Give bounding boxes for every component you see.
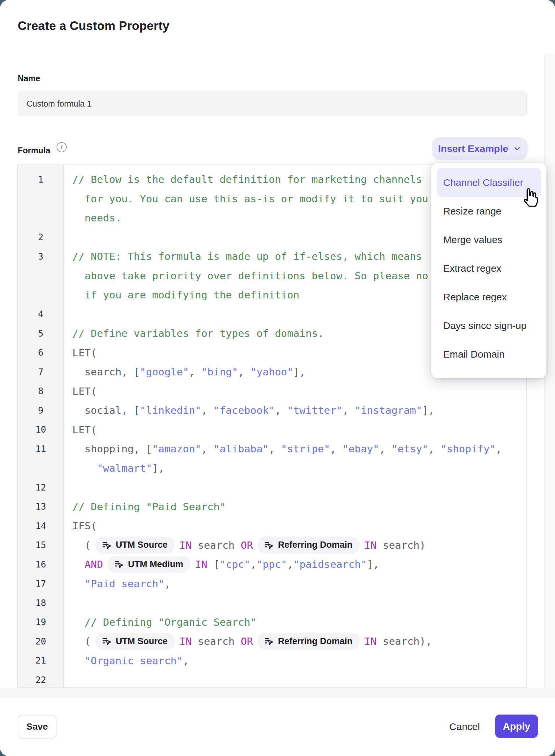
code-text: , bbox=[330, 443, 342, 455]
menu-item-merge-values[interactable]: Merge values bbox=[437, 225, 541, 254]
code-text: , bbox=[269, 443, 281, 455]
code-text: , bbox=[201, 404, 213, 416]
code-comment: // NOTE: This formula is made up of if-e… bbox=[72, 250, 422, 262]
code-line: 19// Defining "Organic Search" bbox=[18, 612, 526, 632]
line-number: 22 bbox=[18, 675, 64, 685]
code-keyword: OR bbox=[241, 635, 253, 647]
name-input[interactable] bbox=[18, 91, 527, 116]
code-text: IFS( bbox=[72, 520, 97, 532]
code-text: LET( bbox=[72, 385, 97, 397]
code-comment: for you. You can use this as-is or modif… bbox=[85, 193, 428, 205]
menu-item-days-since-sign-up[interactable]: Days since sign-up bbox=[437, 311, 541, 340]
line-number: 12 bbox=[18, 482, 64, 492]
line-number: 18 bbox=[18, 598, 64, 608]
code-keyword: IN bbox=[195, 558, 207, 570]
code-line: 17"Paid search", bbox=[18, 574, 526, 594]
property-chip-label: UTM Source bbox=[116, 540, 168, 550]
line-number: 19 bbox=[18, 617, 64, 627]
hand-cursor-icon bbox=[520, 187, 541, 207]
property-chip-utm-medium[interactable]: UTM Medium bbox=[108, 556, 190, 573]
code-string: "alibaba" bbox=[213, 443, 269, 455]
code-line: 15(UTM SourceIN search ORReferring Domai… bbox=[18, 535, 526, 555]
line-number: 6 bbox=[18, 347, 64, 358]
content-footer-divider bbox=[0, 688, 555, 698]
code-text: , bbox=[428, 443, 440, 455]
menu-item-replace-regex[interactable]: Replace regex bbox=[437, 283, 541, 311]
code-line: 10LET( bbox=[18, 420, 526, 440]
menu-item-extract-regex[interactable]: Extract regex bbox=[437, 254, 541, 283]
line-number: 14 bbox=[18, 521, 64, 531]
code-text: , bbox=[164, 578, 171, 590]
code-string: "google" bbox=[140, 366, 189, 378]
code-text: ], bbox=[367, 558, 379, 570]
code-string: "ebay" bbox=[342, 443, 379, 455]
page-title: Create a Custom Property bbox=[18, 19, 169, 33]
code-string: "etsy" bbox=[392, 443, 428, 455]
line-number: 21 bbox=[18, 655, 64, 666]
line-number: 2 bbox=[18, 232, 64, 242]
code-text: ], bbox=[152, 462, 164, 474]
code-comment: // Define variables for types of domains… bbox=[72, 327, 324, 339]
code-text: [ bbox=[208, 558, 220, 570]
code-keyword: AND bbox=[85, 558, 103, 570]
save-button[interactable]: Save bbox=[18, 715, 56, 739]
property-chip-referring-domain[interactable]: Referring Domain bbox=[257, 633, 360, 650]
code-text: , bbox=[342, 404, 354, 416]
code-string: "cpc" bbox=[220, 558, 250, 570]
menu-item-email-domain[interactable]: Email Domain bbox=[437, 340, 541, 368]
code-string: "paidsearch" bbox=[293, 558, 367, 570]
code-string: "Organic search" bbox=[85, 655, 183, 667]
code-line: 22 bbox=[18, 670, 526, 687]
code-comment: // Defining "Paid Search" bbox=[72, 501, 226, 513]
create-custom-property-modal: Create a Custom Property Name Formula i … bbox=[0, 0, 555, 756]
code-string: "bing" bbox=[201, 366, 238, 378]
property-chip-utm-source[interactable]: UTM Source bbox=[95, 633, 175, 650]
code-text: , bbox=[496, 443, 502, 455]
scrollbar-track[interactable] bbox=[545, 54, 555, 697]
line-number: 10 bbox=[18, 424, 64, 435]
property-chip-label: Referring Domain bbox=[278, 540, 352, 550]
code-text: search bbox=[192, 635, 241, 647]
code-text: LET( bbox=[72, 424, 97, 436]
code-line: 21"Organic search", bbox=[18, 651, 526, 671]
property-chip-icon bbox=[263, 636, 274, 646]
code-string: "ppc" bbox=[256, 558, 287, 570]
code-line: "walmart"], bbox=[18, 459, 526, 478]
code-string: "instagram" bbox=[355, 404, 422, 416]
property-chip-icon bbox=[101, 636, 112, 646]
code-line: 13// Defining "Paid Search" bbox=[18, 497, 526, 517]
code-text: , bbox=[183, 655, 189, 667]
code-keyword: IN bbox=[179, 539, 192, 551]
property-chip-referring-domain[interactable]: Referring Domain bbox=[257, 536, 360, 554]
cancel-button[interactable]: Cancel bbox=[443, 715, 486, 739]
line-number: 7 bbox=[18, 367, 64, 377]
line-number: 3 bbox=[18, 251, 64, 262]
code-keyword: IN bbox=[364, 539, 377, 551]
code-keyword: OR bbox=[241, 539, 253, 551]
apply-button[interactable]: Apply bbox=[495, 715, 538, 738]
line-number: 8 bbox=[18, 386, 64, 396]
code-line: 20(UTM SourceIN search ORReferring Domai… bbox=[18, 632, 526, 651]
code-line: 12 bbox=[18, 478, 526, 497]
code-text: search, [ bbox=[85, 366, 140, 378]
property-chip-label: UTM Source bbox=[116, 636, 168, 646]
line-number: 13 bbox=[18, 502, 64, 512]
code-text: ], bbox=[422, 404, 434, 416]
name-label: Name bbox=[18, 74, 40, 83]
insert-example-button[interactable]: Insert Example bbox=[432, 137, 528, 160]
code-string: "twitter" bbox=[287, 404, 342, 416]
code-string: "yahoo" bbox=[250, 366, 293, 378]
property-chip-utm-source[interactable]: UTM Source bbox=[95, 536, 175, 554]
line-number: 9 bbox=[18, 405, 64, 415]
property-chip-label: Referring Domain bbox=[278, 636, 352, 646]
property-chip-icon bbox=[114, 559, 124, 569]
code-text: ], bbox=[293, 366, 305, 378]
code-text: search) bbox=[377, 539, 425, 551]
code-line: 8LET( bbox=[18, 382, 526, 401]
code-text: search), bbox=[377, 635, 432, 647]
code-line: 18 bbox=[18, 593, 526, 612]
code-text: ( bbox=[85, 635, 91, 647]
code-string: "amazon" bbox=[152, 443, 201, 455]
code-string: "facebook" bbox=[213, 404, 275, 416]
info-circle-icon[interactable]: i bbox=[56, 142, 67, 152]
